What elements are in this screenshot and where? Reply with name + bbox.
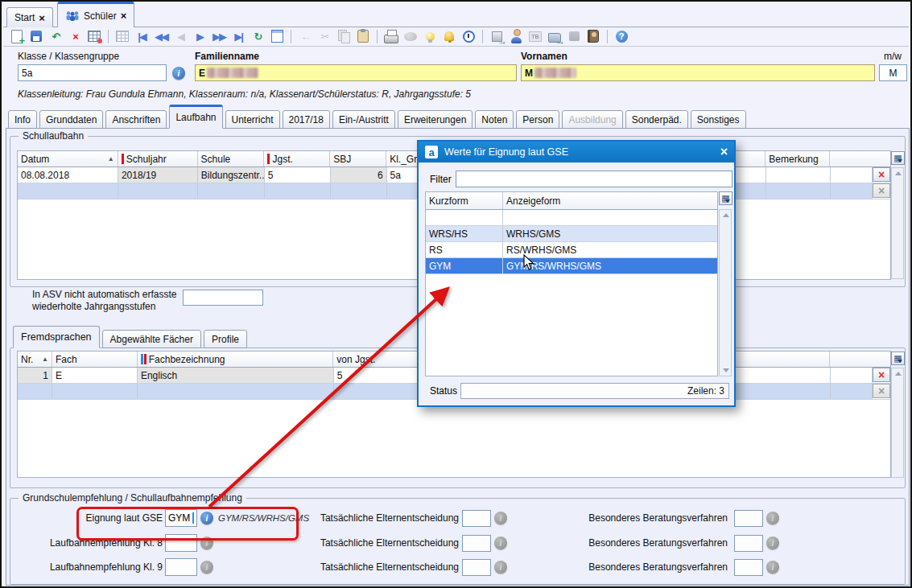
elternentscheidung-field[interactable] — [462, 559, 491, 576]
column-header-anzeigeform[interactable]: Anzeigeform — [503, 192, 717, 209]
cell-schuljahr[interactable]: 2018/19 — [118, 167, 198, 183]
tab-sonstiges[interactable]: Sonstiges — [691, 110, 746, 129]
dialog-titlebar[interactable]: a Werte für Eignung laut GSE × — [419, 142, 734, 162]
column-header-schuljahr[interactable]: Schuljahr — [118, 151, 198, 167]
tab-info[interactable]: Info — [8, 110, 37, 129]
tab-profile[interactable]: Profile — [204, 330, 247, 348]
cell-fachbezeichnung[interactable]: Englisch — [138, 368, 334, 383]
new-record-icon[interactable] — [8, 28, 26, 44]
tab-erweiterungen[interactable]: Erweiterungen — [398, 110, 473, 129]
cell-nr[interactable]: 1 — [18, 368, 52, 383]
tab-2017-18[interactable]: 2017/18 — [283, 110, 330, 129]
tab-person[interactable]: Person — [516, 110, 559, 129]
filter-input[interactable] — [456, 171, 732, 187]
beratungsverfahren-field[interactable] — [734, 535, 763, 552]
nav-fast-back-icon[interactable]: ◀◀ — [152, 28, 170, 44]
tab-grunddaten[interactable]: Grunddaten — [39, 110, 103, 129]
window-tab-start[interactable]: Start × — [6, 7, 53, 27]
tab-laufbahn[interactable]: Laufbahn — [169, 105, 222, 129]
report-icon[interactable] — [268, 28, 286, 44]
vornamen-field[interactable]: M — [521, 64, 875, 81]
beratungsverfahren-field[interactable] — [734, 510, 763, 527]
dialog-row-rs[interactable]: RS RS/WRHS/GMS — [426, 242, 717, 258]
nav-first-icon[interactable]: |◀ — [133, 28, 151, 44]
tab-sonderpaed[interactable]: Sonderpäd. — [625, 110, 688, 129]
hint-bulb-icon[interactable] — [421, 28, 439, 44]
dialog-scrollbar[interactable] — [719, 209, 732, 376]
familienname-field[interactable]: E — [195, 64, 517, 81]
column-config-icon[interactable] — [719, 191, 732, 205]
dialog-row-wrs-hs[interactable]: WRS/HS WRHS/GMS — [426, 226, 717, 242]
info-icon-disabled: i — [200, 561, 213, 574]
mw-field[interactable]: M — [879, 64, 907, 81]
eignung-gse-field[interactable]: GYM — [165, 509, 197, 527]
column-header-jgst[interactable]: Jgst. — [264, 151, 330, 167]
tab-noten[interactable]: Noten — [475, 110, 514, 129]
dialog-row-gym-selected[interactable]: GYM GYM/RS/WRHS/GMS — [426, 258, 717, 274]
beratungsverfahren-field[interactable] — [734, 559, 763, 576]
elternentscheidung-field[interactable] — [462, 510, 491, 527]
undo-icon[interactable]: ↶ — [47, 28, 64, 44]
column-header-fachbezeichnung[interactable]: Fachbezeichnung — [138, 352, 334, 367]
column-header-schule[interactable]: Schule — [198, 151, 265, 167]
klasse-field[interactable]: 5a — [18, 64, 167, 81]
close-tab-icon[interactable]: × — [121, 10, 127, 21]
student-icon[interactable] — [507, 28, 525, 44]
folder-export-icon[interactable] — [546, 28, 563, 44]
laufbahnempfehlung-kl9-label: Laufbahnempfehlung Kl. 9 — [34, 561, 163, 573]
export-icon[interactable] — [488, 28, 506, 44]
reminder-clock-icon[interactable] — [460, 28, 477, 44]
column-header-bemerkung[interactable]: Bemerkung — [766, 151, 830, 167]
refresh-icon[interactable]: ↻ — [249, 28, 266, 44]
filter-row[interactable] — [426, 210, 717, 226]
help-icon[interactable] — [613, 28, 630, 44]
elternentscheidung-field[interactable] — [462, 535, 491, 552]
column-header-kurzform[interactable]: Kurzform — [426, 192, 503, 209]
window-tab-schueler[interactable]: Schüler × — [57, 2, 134, 27]
cell-bemerkung[interactable] — [766, 167, 831, 183]
paste-icon[interactable] — [354, 28, 372, 44]
column-config-icon[interactable] — [891, 352, 905, 365]
tab-ein-austritt[interactable]: Ein-/Austritt — [332, 110, 395, 129]
scroll-up-icon[interactable] — [723, 213, 729, 217]
edit-dataset-icon[interactable] — [85, 28, 103, 44]
fremdsprachen-scrollbar[interactable] — [891, 368, 904, 478]
klasse-info-icon[interactable]: i — [172, 67, 185, 80]
column-config-icon[interactable] — [891, 151, 905, 165]
scroll-up-icon[interactable] — [895, 372, 902, 376]
laufbahnempfehlung-kl9-field[interactable] — [165, 558, 197, 576]
column-header-datum[interactable]: Datum▲ — [18, 151, 118, 167]
laufbahnempfehlung-kl8-field[interactable] — [165, 534, 197, 552]
tab-unterricht[interactable]: Unterricht — [225, 110, 280, 129]
cell-sbj[interactable]: 6 — [331, 167, 387, 183]
scroll-up-icon[interactable] — [895, 171, 902, 175]
delete-record-icon[interactable]: × — [66, 28, 84, 44]
column-header-sbj[interactable]: SBJ — [330, 151, 386, 167]
column-header-fach[interactable]: Fach — [52, 352, 138, 367]
nav-last-icon[interactable]: ▶| — [229, 28, 247, 44]
cell-fach[interactable]: E — [52, 368, 138, 383]
cell-datum[interactable]: 08.08.2018 — [18, 167, 118, 183]
save-icon[interactable] — [27, 28, 45, 44]
nav-forward-icon[interactable]: ▶ — [191, 28, 208, 44]
dialog-close-icon[interactable]: × — [720, 146, 728, 158]
column-header-nr[interactable]: Nr.▲ — [18, 352, 52, 367]
eignung-info-icon[interactable]: i — [200, 512, 213, 524]
schullaufbahn-scrollbar[interactable] — [891, 167, 904, 279]
delete-row-button[interactable]: × — [873, 368, 890, 382]
nav-fast-forward-icon[interactable]: ▶▶ — [210, 28, 228, 44]
delete-row-button[interactable]: × — [873, 167, 890, 182]
address-book-icon[interactable] — [584, 28, 602, 44]
scroll-down-icon[interactable] — [723, 368, 729, 372]
column-header-blank — [830, 352, 890, 367]
asv-wiederholte-field[interactable] — [183, 290, 263, 306]
close-tab-icon[interactable]: × — [39, 13, 45, 23]
print-icon[interactable] — [382, 28, 400, 44]
tab-fremdsprachen[interactable]: Fremdsprachen — [13, 326, 100, 348]
cell-jgst[interactable]: 5 — [265, 167, 331, 183]
cell-schule[interactable]: Bildungszentr... — [198, 167, 265, 183]
notification-bell-icon[interactable] — [440, 28, 458, 44]
tb-import-icon — [526, 28, 544, 44]
tab-abgewaehlte-faecher[interactable]: Abgewählte Fächer — [102, 330, 201, 348]
tab-anschriften[interactable]: Anschriften — [105, 110, 167, 129]
